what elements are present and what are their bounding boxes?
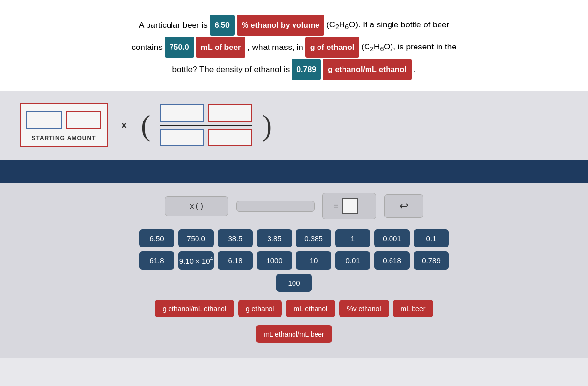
equals-label: = — [334, 202, 338, 211]
unit-btn-ml-ethanol[interactable]: mL ethanol — [286, 300, 335, 317]
problem-line-1: A particular beer is 6.50 % ethanol by v… — [10, 15, 578, 36]
problem-line-2: contains 750.0 mL of beer , what mass, i… — [10, 37, 578, 58]
frac-num-right[interactable] — [208, 104, 252, 122]
starting-amount-box: STARTING AMOUNT — [20, 103, 108, 147]
number-row-3: 100 — [139, 274, 449, 292]
badge-ethanol-by-volume: % ethanol by volume — [237, 15, 324, 36]
unit-btn-g-ethanol[interactable]: g ethanol — [238, 300, 282, 317]
number-grid: 6.50 750.0 38.5 3.85 0.385 1 0.001 0.1 6… — [139, 229, 449, 292]
badge-0.789: 0.789 — [292, 59, 321, 80]
unit-btn-ml-beer[interactable]: mL beer — [393, 300, 434, 317]
num-btn-750[interactable]: 750.0 — [178, 229, 214, 247]
unit-btn-pct-v-ethanol[interactable]: %v ethanol — [339, 300, 389, 317]
num-btn-0.618[interactable]: 0.618 — [374, 251, 410, 270]
fraction-container — [160, 101, 252, 149]
calculator-area: x ( ) = ↩ 6.50 750.0 38.5 3.85 0.385 1 0… — [0, 183, 588, 358]
right-paren: ) — [262, 111, 272, 140]
num-btn-3.85[interactable]: 3.85 — [257, 229, 292, 247]
frac-num-left[interactable] — [160, 104, 204, 122]
num-btn-61.8[interactable]: 61.8 — [139, 251, 174, 270]
num-btn-6.18[interactable]: 6.18 — [218, 251, 253, 270]
num-btn-1[interactable]: 1 — [335, 229, 370, 247]
line2-pre: contains — [131, 38, 162, 56]
num-btn-38.5[interactable]: 38.5 — [218, 229, 253, 247]
number-row-2: 61.8 9.10 × 104 6.18 1000 10 0.01 0.618 … — [139, 251, 449, 270]
num-btn-0.001[interactable]: 0.001 — [374, 229, 410, 247]
line2-formula: (C2H6O), is present in the — [361, 38, 456, 57]
num-btn-6.50[interactable]: 6.50 — [139, 229, 174, 247]
num-btn-9.10e4[interactable]: 9.10 × 104 — [178, 251, 214, 270]
problem-area: A particular beer is 6.50 % ethanol by v… — [0, 0, 588, 91]
calc-controls-row: x ( ) = ↩ — [165, 193, 423, 219]
fraction-denominator-row — [160, 126, 252, 149]
line2-mid: , what mass, in — [247, 38, 303, 56]
badge-750: 750.0 — [165, 37, 194, 58]
line1-pre: A particular beer is — [139, 16, 208, 34]
line1-formula: (C2H6O). If a single bottle of beer — [326, 16, 449, 35]
number-row-1: 6.50 750.0 38.5 3.85 0.385 1 0.001 0.1 — [139, 229, 449, 247]
num-btn-0.01[interactable]: 0.01 — [335, 251, 370, 270]
starting-label: STARTING AMOUNT — [32, 135, 96, 142]
unit-row-2: mL ethanol/mL beer — [256, 325, 332, 343]
problem-line-3: bottle? The density of ethanol is 0.789 … — [10, 59, 578, 80]
undo-button[interactable]: ↩ — [384, 194, 423, 218]
fraction-numerator-row — [160, 101, 252, 125]
num-btn-1000[interactable]: 1000 — [257, 251, 292, 270]
equals-display: = — [322, 193, 376, 219]
starting-input-numerator[interactable] — [26, 111, 62, 129]
badge-6.50: 6.50 — [210, 15, 235, 36]
empty-display — [236, 201, 315, 212]
unit-btn-ml-ethanol-per-ml-beer[interactable]: mL ethanol/mL beer — [256, 325, 332, 343]
line3-end: . — [414, 60, 416, 78]
dark-bar — [0, 160, 588, 183]
frac-den-right[interactable] — [208, 129, 252, 146]
line3-pre: bottle? The density of ethanol is — [172, 60, 290, 78]
badge-g-ethanol: g of ethanol — [305, 37, 360, 58]
num-btn-0.385[interactable]: 0.385 — [296, 229, 331, 247]
starting-inputs — [26, 111, 101, 129]
badge-density-unit: g ethanol/mL ethanol — [323, 59, 412, 80]
unit-btn-g-ethanol-per-ml[interactable]: g ethanol/mL ethanol — [155, 300, 234, 317]
starting-input-denominator[interactable] — [66, 111, 101, 129]
badge-ml-beer: mL of beer — [196, 37, 246, 58]
num-btn-0.1[interactable]: 0.1 — [414, 229, 449, 247]
multiply-symbol: x — [122, 120, 127, 131]
paren-button[interactable]: x ( ) — [165, 196, 228, 216]
frac-den-left[interactable] — [160, 129, 204, 146]
unit-row-1: g ethanol/mL ethanol g ethanol mL ethano… — [155, 300, 434, 317]
working-area: STARTING AMOUNT x ( ) — [0, 91, 588, 160]
num-btn-0.789[interactable]: 0.789 — [414, 251, 449, 270]
num-btn-100[interactable]: 100 — [276, 274, 312, 292]
left-paren: ( — [141, 111, 150, 140]
result-box — [342, 198, 358, 214]
num-btn-10[interactable]: 10 — [296, 251, 331, 270]
